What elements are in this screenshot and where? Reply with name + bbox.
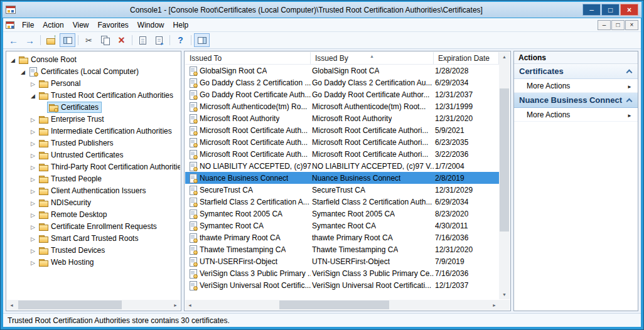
tree-item-personal[interactable]: Personal: [7, 77, 180, 89]
tree-item-enterprise-trust[interactable]: Enterprise Trust: [7, 113, 180, 125]
more-actions-item-nuance-business-connect[interactable]: More Actions: [514, 108, 638, 122]
certificate-row-microsoft-root-authority[interactable]: Microsoft Root AuthorityMicrosoft Root A…: [185, 112, 499, 124]
list-vscroll-thumb[interactable]: [500, 88, 509, 232]
tree-item-remote-desktop[interactable]: Remote Desktop: [7, 208, 180, 220]
certificate-row-globalsign-root-ca[interactable]: GlobalSign Root CAGlobalSign Root CA1/28…: [185, 65, 499, 77]
show-action-pane-button[interactable]: [194, 33, 210, 47]
collapsed-twisty-icon[interactable]: [29, 174, 37, 183]
collapsed-twisty-icon[interactable]: [29, 115, 37, 124]
certificate-row-microsoft-authenticode-tm-ro[interactable]: Microsoft Authenticode(tm) Ro...Microsof…: [185, 100, 499, 112]
tree-item-certificates[interactable]: Certificates: [7, 101, 180, 113]
collapsed-twisty-icon[interactable]: [29, 222, 37, 231]
menu-view[interactable]: View: [68, 19, 94, 31]
certificate-row-verisign-class-3-public-primary[interactable]: VeriSign Class 3 Public Primary ...VeriS…: [185, 267, 499, 279]
column-header-issued-by[interactable]: Issued By: [311, 52, 434, 64]
certificate-row-no-liability-accepted-c-97[interactable]: NO LIABILITY ACCEPTED, (c)97 ...NO LIABI…: [185, 160, 499, 172]
certificate-row-securetrust-ca[interactable]: SecureTrust CASecureTrust CA12/31/2029: [185, 184, 499, 196]
certificate-row-utn-userfirst-object[interactable]: UTN-USERFirst-ObjectUTN-USERFirst-Object…: [185, 255, 499, 267]
certificate-row-thawte-primary-root-ca[interactable]: thawte Primary Root CAthawte Primary Roo…: [185, 232, 499, 243]
collapsed-twisty-icon[interactable]: [29, 151, 37, 159]
certificate-row-microsoft-root-certificate-auth[interactable]: Microsoft Root Certificate Auth...Micros…: [185, 148, 499, 160]
collapsed-twisty-icon[interactable]: [29, 258, 37, 267]
collapsed-twisty-icon[interactable]: [29, 162, 37, 171]
minimize-button[interactable]: –: [582, 4, 601, 16]
maximize-button[interactable]: □: [601, 4, 620, 16]
scroll-up-icon[interactable]: [499, 52, 510, 61]
certificate-row-go-daddy-root-certificate-auth[interactable]: Go Daddy Root Certificate Auth...Go Dadd…: [185, 88, 499, 100]
certificate-row-verisign-universal-root-certific[interactable]: VeriSign Universal Root Certific...VeriS…: [185, 279, 499, 291]
column-header-issued-to[interactable]: Issued To: [185, 52, 311, 64]
export-list-button[interactable]: [151, 33, 167, 47]
tree-item-client-authentication-issuers[interactable]: Client Authentication Issuers: [7, 184, 180, 196]
scroll-down-icon[interactable]: [499, 290, 510, 299]
certificate-row-microsoft-root-certificate-auth[interactable]: Microsoft Root Certificate Auth...Micros…: [185, 136, 499, 148]
collapsed-twisty-icon[interactable]: [29, 79, 37, 88]
menu-favorites[interactable]: Favorites: [94, 19, 133, 31]
list-hscroll-thumb[interactable]: [279, 301, 389, 309]
scroll-left-icon[interactable]: [7, 300, 16, 310]
menu-file[interactable]: File: [18, 19, 38, 31]
close-button[interactable]: ×: [620, 4, 638, 16]
collapse-chevron-icon[interactable]: [626, 70, 633, 76]
menu-help[interactable]: Help: [169, 19, 193, 31]
collapsed-twisty-icon[interactable]: [29, 127, 37, 136]
tree-item-third-party-root-certification-authorities[interactable]: Third-Party Root Certification Authoriti…: [7, 161, 180, 173]
certificate-row-thawte-timestamping-ca[interactable]: Thawte Timestamping CAThawte Timestampin…: [185, 243, 499, 255]
column-header-expiration-date[interactable]: Expiration Date: [434, 52, 499, 64]
actions-section-nuance-business-connect[interactable]: Nuance Business Connect: [514, 93, 638, 108]
titlebar[interactable]: Console1 - [Console Root\Certificates (L…: [3, 2, 641, 18]
collapsed-twisty-icon[interactable]: [29, 234, 37, 243]
cut-button[interactable]: [81, 33, 97, 47]
tree-horizontal-scrollbar[interactable]: [7, 300, 180, 310]
properties-button[interactable]: [135, 33, 151, 47]
collapsed-twisty-icon[interactable]: [29, 139, 37, 147]
certificate-row-symantec-root-2005-ca[interactable]: Symantec Root 2005 CASymantec Root 2005 …: [185, 208, 499, 220]
help-button[interactable]: [173, 33, 188, 47]
tree-item-trusted-people[interactable]: Trusted People: [7, 173, 180, 184]
menu-window[interactable]: Window: [133, 19, 169, 31]
certificate-row-nuance-business-connect[interactable]: Nuance Business ConnectNuance Business C…: [185, 172, 499, 184]
copy-icon: [101, 36, 109, 45]
delete-button[interactable]: [114, 33, 129, 47]
collapsed-twisty-icon[interactable]: [29, 186, 37, 195]
certificate-row-symantec-root-ca[interactable]: Symantec Root CASymantec Root CA4/30/201…: [185, 220, 499, 232]
collapse-chevron-icon[interactable]: [626, 98, 633, 105]
child-minimize-button[interactable]: –: [598, 20, 611, 30]
actions-section-certificates[interactable]: Certificates: [514, 64, 638, 79]
list-vertical-scrollbar[interactable]: [499, 52, 510, 299]
scroll-right-icon[interactable]: [490, 300, 499, 310]
certificate-row-microsoft-root-certificate-auth[interactable]: Microsoft Root Certificate Auth...Micros…: [185, 124, 499, 136]
tree-item-untrusted-certificates[interactable]: Untrusted Certificates: [7, 149, 180, 161]
tree-item-console-root[interactable]: Console Root: [7, 53, 180, 65]
show-console-tree-button[interactable]: [60, 33, 75, 47]
tree-item-trusted-devices[interactable]: Trusted Devices: [7, 244, 180, 256]
list-horizontal-scrollbar[interactable]: [185, 300, 499, 310]
collapsed-twisty-icon[interactable]: [29, 198, 37, 207]
tree-item-certificate-enrollment-requests[interactable]: Certificate Enrollment Requests: [7, 220, 180, 232]
back-button[interactable]: [6, 33, 21, 47]
collapsed-twisty-icon[interactable]: [29, 246, 37, 255]
expanded-twisty-icon[interactable]: [9, 55, 17, 64]
scroll-right-icon[interactable]: [171, 300, 180, 310]
certificate-row-go-daddy-class-2-certification[interactable]: Go Daddy Class 2 Certification ...Go Dad…: [185, 77, 499, 88]
tree-item-smart-card-trusted-roots[interactable]: Smart Card Trusted Roots: [7, 232, 180, 244]
collapsed-twisty-icon[interactable]: [29, 210, 37, 219]
copy-button[interactable]: [97, 33, 113, 47]
tree-item-trusted-root-certification-authorities[interactable]: Trusted Root Certification Authorities: [7, 89, 180, 101]
tree-item-web-hosting[interactable]: Web Hosting: [7, 256, 180, 268]
forward-button[interactable]: [22, 33, 38, 47]
scroll-left-icon[interactable]: [185, 300, 195, 310]
menu-action[interactable]: Action: [38, 19, 68, 31]
more-actions-item-certificates[interactable]: More Actions: [514, 79, 638, 93]
expanded-twisty-icon[interactable]: [19, 67, 27, 76]
up-one-level-button[interactable]: [43, 33, 59, 47]
tree-item-certificates-local-computer[interactable]: Certificates (Local Computer): [7, 65, 180, 77]
tree-hscroll-thumb[interactable]: [18, 301, 122, 309]
tree-item-ndisecurity[interactable]: NDISecurity: [7, 196, 180, 208]
expanded-twisty-icon[interactable]: [29, 91, 37, 100]
child-close-button[interactable]: ×: [625, 20, 638, 30]
tree-item-intermediate-certification-authorities[interactable]: Intermediate Certification Authorities: [7, 125, 180, 137]
certificate-row-starfield-class-2-certification-a[interactable]: Starfield Class 2 Certification A...Star…: [185, 196, 499, 208]
tree-item-trusted-publishers[interactable]: Trusted Publishers: [7, 137, 180, 149]
child-restore-button[interactable]: □: [611, 20, 625, 30]
